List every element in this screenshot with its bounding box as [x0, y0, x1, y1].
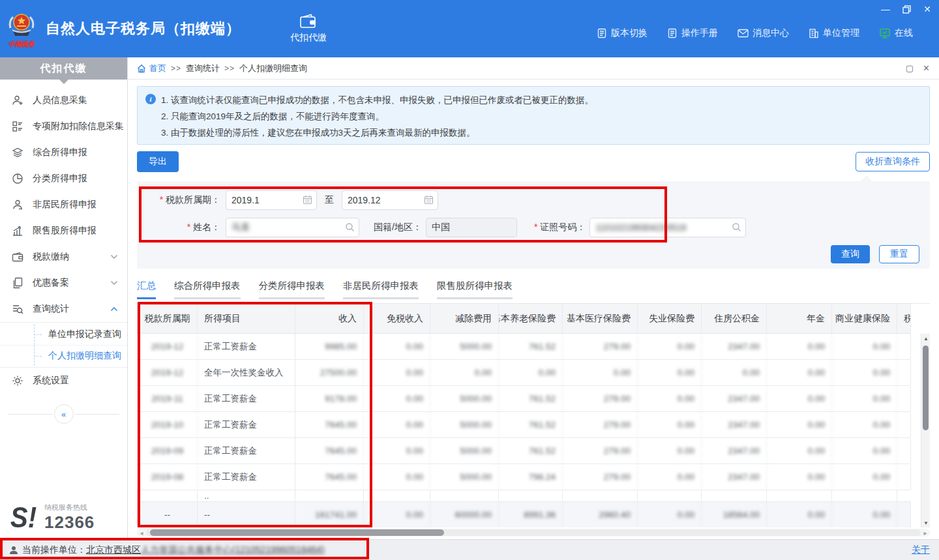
online-icon [879, 28, 891, 38]
table-header-cell: 年金 [767, 304, 832, 333]
wallet2-icon [12, 251, 23, 263]
hscroll-thumb[interactable] [150, 529, 444, 536]
search-icon[interactable] [345, 222, 355, 232]
reset-button[interactable]: 重置 [879, 245, 919, 263]
nav-tab-withholding[interactable]: 代扣代缴 [281, 0, 336, 57]
calendar-icon[interactable] [303, 195, 312, 205]
tax-emblem-logo: 中国税务 [0, 0, 43, 57]
scroll-left-icon[interactable]: ◂ [137, 529, 146, 537]
table-cell: 0.00 [638, 360, 702, 385]
table-row[interactable]: 2019-11正常工资薪金9178.000.005000.00761.52279… [137, 386, 910, 412]
tab-4[interactable]: 限售股所得申报表 [437, 280, 513, 299]
table-cell [767, 490, 832, 501]
table-cell: 0.00 [767, 464, 832, 490]
name-input[interactable] [226, 218, 359, 237]
vscroll-thumb[interactable] [923, 346, 929, 430]
name-field[interactable] [226, 218, 359, 237]
pages-icon [12, 277, 23, 289]
header-menu-item[interactable]: 单位管理 [809, 27, 859, 39]
table-row[interactable]: 2019-12正常工资薪金9985.000.005000.00761.52279… [137, 334, 910, 360]
user-icon [9, 546, 18, 555]
tab-3[interactable]: 非居民所得申报表 [343, 280, 419, 299]
sidebar-item[interactable]: 限售股所得申报 [0, 218, 127, 244]
table-cell: 2347.00 [702, 464, 767, 490]
table-cell: 0.00 [702, 360, 767, 385]
sidebar-subitem[interactable]: 单位申报记录查询 [0, 324, 127, 345]
hscroll-track[interactable] [146, 529, 921, 536]
horizontal-scrollbar[interactable]: ◂ ▸ [137, 529, 930, 537]
window-controls: — ✕ [880, 4, 932, 14]
about-link[interactable]: 关于 [912, 544, 930, 556]
tab-1[interactable]: 综合所得申报表 [174, 280, 241, 299]
table-row[interactable]: 2019-08正常工资薪金7645.000.005000.00798.24279… [137, 464, 910, 490]
sidebar-item[interactable]: 分类所得申报 [0, 166, 127, 192]
close-button[interactable]: ✕ [922, 4, 932, 14]
tab-2[interactable]: 分类所得申报表 [259, 280, 325, 299]
search-button[interactable]: 查询 [831, 245, 870, 263]
table-row[interactable]: 2019-12全年一次性奖金收入27500.000.000.000.000.00… [137, 360, 910, 386]
sidebar-item-label: 分类所得申报 [33, 173, 118, 184]
person-icon [12, 199, 23, 211]
sidebar-item[interactable]: 综合所得申报 [0, 140, 127, 166]
nationality-input [426, 218, 516, 237]
sidebar-item[interactable]: 系统设置 [0, 368, 127, 394]
brand-subtext: 中国税务 [8, 40, 35, 49]
period-to-field[interactable] [342, 190, 438, 210]
scroll-down-icon[interactable]: ▼ [921, 518, 930, 527]
table-cell [897, 360, 911, 385]
period-from-field[interactable] [226, 190, 317, 210]
table-cell: 0.00 [638, 502, 702, 527]
sidebar-item[interactable]: 专项附加扣除信息采集 [0, 113, 127, 140]
table-row[interactable]: 2019-10正常工资薪金7645.000.005000.00761.52279… [137, 412, 910, 438]
sidebar-subitem-active[interactable]: 个人扣缴明细查询 [0, 345, 127, 366]
table-header-cell: 税延养老保险 [897, 304, 911, 333]
table-cell: -- [137, 502, 198, 527]
sidebar-item[interactable]: 查询统计 [0, 296, 127, 322]
tab-summary-active[interactable]: 汇总 [137, 280, 156, 299]
panel-close-icon[interactable]: ✕ [923, 63, 930, 73]
query-row-person: 姓名： 国籍/地区： 证照号码： [147, 218, 919, 237]
doc-icon [667, 28, 678, 38]
calendar-icon[interactable] [424, 195, 434, 205]
search-icon[interactable] [732, 222, 741, 232]
home-icon [137, 64, 146, 73]
header-menu-item[interactable]: 版本切换 [597, 27, 648, 39]
table-header-cell: 免税收入 [364, 304, 430, 333]
panel-maximize-icon[interactable]: ▢ [906, 63, 914, 73]
export-button[interactable]: 导出 [137, 151, 179, 172]
table-cell: 0.00 [767, 386, 832, 411]
table-row[interactable]: 2019-09正常工资薪金7645.000.005000.00761.52279… [137, 438, 910, 464]
header-menu-item[interactable]: 操作手册 [667, 27, 718, 39]
table-cell: 5000.00 [430, 334, 499, 359]
table-cell [897, 334, 911, 359]
pie-chart-icon [12, 173, 23, 184]
vertical-scrollbar[interactable]: ▲ ▼ [921, 334, 930, 527]
app-header: 中国税务 自然人电子税务局（扣缴端） 代扣代缴 版本切换操作手册消息中心单位管理… [0, 0, 939, 57]
table-cell: 0.00 [767, 360, 832, 385]
sidebar-item[interactable]: 税款缴纳 [0, 244, 127, 270]
header-menu-item[interactable]: 消息中心 [738, 27, 789, 39]
sidebar-item[interactable]: 非居民所得申报 [0, 192, 127, 218]
table-cell: 正常工资薪金 [198, 334, 295, 359]
table-cell: 5000.00 [430, 386, 499, 411]
restore-button[interactable] [901, 4, 912, 14]
header-menu-item[interactable]: 在线 [879, 27, 913, 39]
sidebar-item[interactable]: 优惠备案 [0, 270, 127, 296]
sidebar-collapse-button[interactable]: « [54, 404, 74, 424]
id-number-input[interactable] [590, 218, 745, 237]
sidebar-item-label: 查询统计 [33, 303, 110, 315]
table-cell: 0.00 [832, 502, 897, 527]
scroll-up-icon[interactable]: ▲ [921, 334, 930, 343]
result-tabs: 汇总综合所得申报表分类所得申报表非居民所得申报表限售股所得申报表 [137, 278, 930, 299]
table-cell: 279.00 [563, 334, 638, 359]
table-header-cell: 基本医疗保险费 [563, 304, 638, 333]
table-cell: 2347.00 [702, 438, 767, 464]
table-cell: 0.00 [832, 386, 897, 411]
id-number-field[interactable] [589, 218, 746, 237]
minimize-button[interactable]: — [880, 4, 891, 14]
breadcrumb-item[interactable]: 查询统计 [186, 63, 220, 74]
breadcrumb-home[interactable]: 首页 [137, 63, 166, 74]
scroll-right-icon[interactable]: ▸ [921, 529, 930, 537]
sidebar-item[interactable]: 人员信息采集 [0, 87, 127, 113]
collapse-query-button[interactable]: 收折查询条件 [856, 152, 930, 171]
